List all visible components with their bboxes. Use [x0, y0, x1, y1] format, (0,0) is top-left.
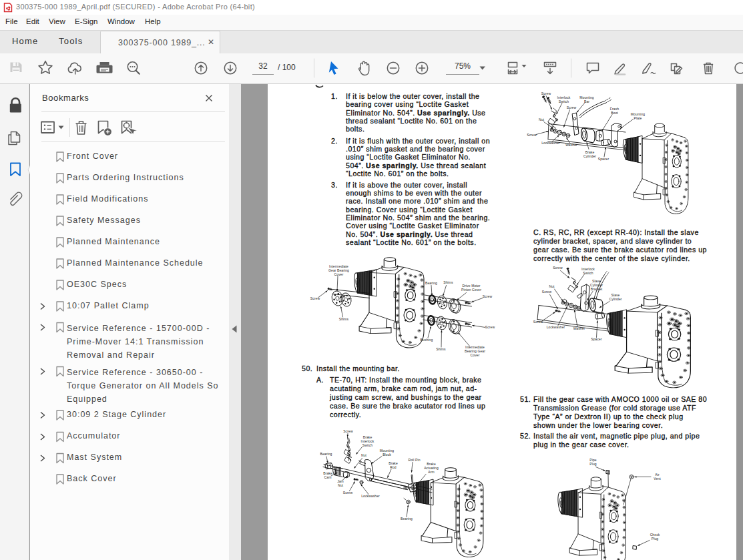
svg-text:Screw: Screw [485, 325, 495, 329]
svg-text:Screw: Screw [542, 290, 552, 294]
svg-text:Roll Pin: Roll Pin [408, 458, 420, 462]
svg-text:Spacer: Spacer [598, 157, 609, 161]
svg-text:Block: Block [383, 453, 391, 457]
svg-text:Plug: Plug [652, 537, 659, 541]
svg-text:Shims: Shims [436, 347, 446, 351]
svg-text:Nut: Nut [338, 483, 344, 487]
svg-text:Plate: Plate [634, 116, 642, 120]
svg-text:Switch: Switch [362, 443, 373, 447]
svg-text:Screw: Screw [310, 296, 320, 300]
svg-text:Screw: Screw [343, 491, 353, 495]
svg-text:Bearing: Bearing [320, 452, 332, 456]
svg-text:Lockwasher: Lockwasher [547, 325, 565, 329]
svg-text:Nut: Nut [361, 453, 367, 457]
svg-text:Rod: Rod [390, 465, 397, 469]
svg-text:Boot: Boot [611, 111, 618, 115]
svg-text:Screw: Screw [553, 266, 563, 270]
svg-text:Lockwasher: Lockwasher [541, 141, 560, 145]
svg-text:Screw: Screw [533, 320, 543, 324]
svg-text:Screw: Screw [541, 91, 551, 95]
svg-text:Bracket: Bracket [591, 287, 603, 291]
svg-text:Cover: Cover [334, 272, 344, 276]
svg-text:Shims: Shims [443, 280, 453, 284]
svg-text:Shims: Shims [339, 317, 349, 321]
svg-text:Arm: Arm [428, 470, 434, 474]
svg-text:Screw: Screw [527, 133, 537, 137]
svg-text:Screw: Screw [567, 105, 577, 109]
svg-text:Cylinder: Cylinder [609, 297, 622, 301]
svg-text:Plug: Plug [589, 462, 597, 466]
svg-text:Pinion Cover: Pinion Cover [461, 288, 481, 292]
svg-text:Nut: Nut [549, 284, 555, 288]
svg-text:Bushing: Bushing [421, 338, 433, 342]
svg-text:Bar: Bar [584, 99, 589, 103]
svg-text:Cover: Cover [471, 353, 480, 357]
svg-text:Screw: Screw [343, 429, 353, 433]
svg-text:Lockwasher: Lockwasher [361, 494, 380, 498]
svg-text:Nut: Nut [539, 117, 545, 121]
svg-text:Vent: Vent [654, 477, 661, 481]
svg-text:Washer: Washer [573, 326, 585, 330]
svg-text:Cylinder: Cylinder [583, 154, 596, 158]
svg-text:Bearing: Bearing [425, 281, 437, 285]
svg-text:Switch: Switch [559, 99, 569, 103]
svg-text:Cam: Cam [324, 475, 332, 479]
svg-text:Switch: Switch [583, 271, 593, 275]
svg-text:Screw: Screw [483, 294, 493, 298]
svg-text:Washer: Washer [565, 143, 577, 147]
